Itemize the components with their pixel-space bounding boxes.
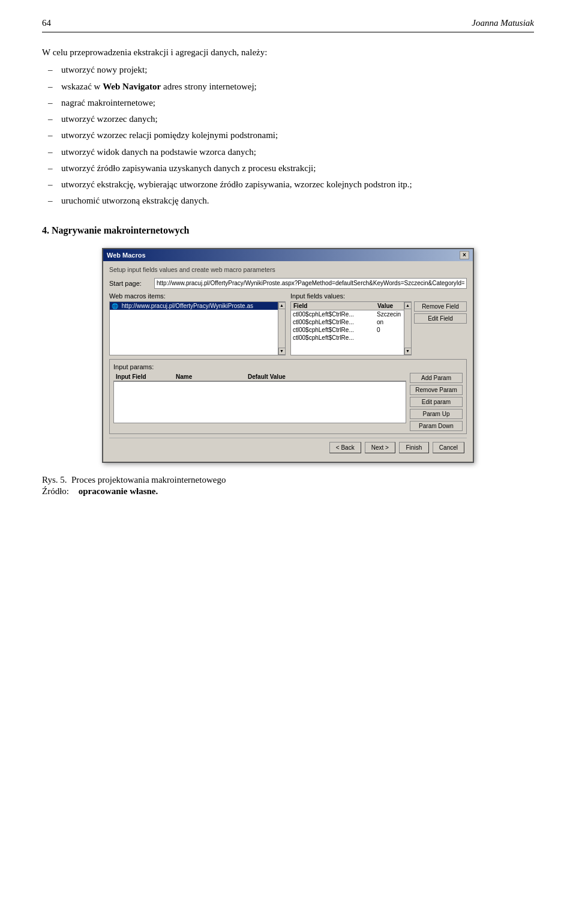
scroll-up-arrow[interactable]: ▲: [278, 302, 286, 309]
dialog-title: Web Macros: [107, 252, 146, 259]
table-header-row: Field Value: [291, 302, 404, 310]
dialog-subtitle: Setup input fields values and create web…: [109, 266, 467, 273]
bullet-dash: –: [48, 194, 59, 208]
edit-param-button[interactable]: Edit param: [410, 397, 463, 407]
bullet-dash: –: [48, 63, 59, 77]
list-item-text: uruchomić utworzoną ekstrakcję danych.: [61, 194, 209, 208]
list-item: – wskazać w Web Navigator adres strony i…: [48, 80, 534, 94]
source-label: Źródło:: [42, 486, 69, 497]
list-item-text: utworzyć nowy projekt;: [61, 63, 147, 77]
list-item: – nagrać makrointernetowe;: [48, 96, 534, 110]
section-title: Nagrywanie makrointernetowych: [52, 225, 189, 235]
table-row[interactable]: ctl00$cphLeft$CtrlRe... on: [291, 318, 404, 326]
field-cell: ctl00$cphLeft$CtrlRe...: [293, 319, 377, 325]
source-row: Źródło: opracowanie własne.: [42, 486, 534, 497]
start-page-input[interactable]: [154, 278, 467, 289]
list-item-text: utworzyć wzorzec relacji pomiędzy kolejn…: [61, 128, 278, 142]
dialog-footer: < Back Next > Finish Cancel: [109, 438, 467, 456]
list-item: – uruchomić utworzoną ekstrakcję danych.: [48, 194, 534, 208]
listbox-scrollbar-right[interactable]: ▲ ▼: [404, 302, 411, 355]
next-button[interactable]: Next >: [365, 442, 395, 453]
page-header: 64 Joanna Matusiak: [42, 18, 534, 32]
dialog-close-button[interactable]: ×: [460, 251, 469, 259]
remove-param-button[interactable]: Remove Param: [410, 385, 463, 395]
list-item: – utworzyć widok danych na podstawie wzo…: [48, 145, 534, 159]
cancel-button[interactable]: Cancel: [433, 442, 464, 453]
bullet-dash: –: [48, 96, 59, 110]
page: 64 Joanna Matusiak W celu przeprowadzeni…: [0, 0, 576, 924]
list-item-text: utworzyć wzorzec danych;: [61, 112, 158, 126]
field-buttons: Remove Field Edit Field: [414, 301, 467, 355]
author-name: Joanna Matusiak: [472, 18, 534, 28]
params-col2-header: Name: [173, 373, 245, 381]
table-row[interactable]: ctl00$cphLeft$CtrlRe... Szczecin: [291, 310, 404, 318]
list-item: – utworzyć wzorzec relacji pomiędzy kole…: [48, 128, 534, 142]
back-button[interactable]: < Back: [329, 442, 361, 453]
bullet-dash: –: [48, 162, 59, 175]
bullet-dash: –: [48, 112, 59, 126]
list-item-text: utworzyć ekstrakcję, wybierając utworzon…: [61, 178, 412, 192]
input-params-label: Input params:: [113, 363, 463, 370]
intro-text: W celu przeprowadzenia ekstrakcji i agre…: [42, 46, 534, 59]
add-param-button[interactable]: Add Param: [410, 373, 463, 383]
caption-area: Rys. 5. Proces projektowania makrointern…: [42, 475, 534, 497]
scroll-down-arrow[interactable]: ▼: [278, 348, 286, 355]
input-fields-panel: Input fields values: Field Value: [290, 292, 467, 355]
params-table: Input Field Name Default Value Add Param…: [113, 373, 463, 431]
finish-button[interactable]: Finish: [399, 442, 429, 453]
list-item-text: nagrać makrointernetowe;: [61, 96, 155, 110]
col-value-header: Value: [375, 302, 404, 310]
web-macro-item-icon: 🌐: [112, 303, 118, 309]
listbox-scrollbar-left[interactable]: ▲ ▼: [278, 302, 285, 355]
value-cell: on: [377, 319, 402, 325]
bullet-dash: –: [48, 145, 59, 159]
params-col1-header: Input Field: [113, 373, 173, 381]
web-macros-listbox[interactable]: 🌐 http://www.pracuj.pl/OffertyPracy/Wyni…: [109, 301, 286, 355]
web-macro-item-text: http://www.pracuj.pl/OffertyPracy/Wyniki…: [122, 303, 253, 309]
source-value: opracowanie własne.: [79, 486, 158, 497]
web-macros-panel: Web macros items: 🌐 http://www.pracuj.pl…: [109, 292, 286, 355]
dialog-body: Setup input fields values and create web…: [103, 261, 473, 462]
list-item-text: wskazać w Web Navigator adres strony int…: [61, 80, 257, 94]
scroll-track: [279, 309, 285, 348]
web-macro-item[interactable]: 🌐 http://www.pracuj.pl/OffertyPracy/Wyni…: [110, 302, 278, 310]
dialog-window: Web Macros × Setup input fields values a…: [102, 248, 474, 463]
field-cell: ctl00$cphLeft$CtrlRe...: [293, 311, 377, 318]
col-field-header: Field: [291, 302, 375, 310]
list-item-text: utworzyć źródło zapisywania uzyskanych d…: [61, 162, 316, 175]
bullet-dash: –: [48, 80, 59, 94]
scroll-down-arrow[interactable]: ▼: [404, 348, 412, 355]
bullet-dash: –: [48, 128, 59, 142]
list-item: – utworzyć wzorzec danych;: [48, 112, 534, 126]
field-cell: ctl00$cphLeft$CtrlRe...: [293, 327, 377, 333]
params-listbox[interactable]: [113, 381, 406, 423]
edit-field-button[interactable]: Edit Field: [414, 313, 467, 324]
input-params-section: Input params: Input Field Name Default V…: [109, 359, 467, 434]
value-cell: [377, 334, 402, 341]
macros-section: Web macros items: 🌐 http://www.pracuj.pl…: [109, 292, 467, 355]
figure-container: Web Macros × Setup input fields values a…: [42, 248, 534, 463]
params-header-row: Input Field Name Default Value: [113, 373, 406, 381]
start-page-label: Start page:: [109, 280, 154, 287]
page-number: 64: [42, 18, 51, 28]
section-heading: 4. Nagrywanie makrointernetowych: [42, 225, 534, 236]
table-row[interactable]: ctl00$cphLeft$CtrlRe...: [291, 334, 404, 342]
fig-label: Rys. 5. Proces projektowania makrointern…: [42, 475, 226, 485]
web-macros-label: Web macros items:: [109, 292, 286, 300]
list-item: – utworzyć nowy projekt;: [48, 63, 534, 77]
params-col3-header: Default Value: [245, 373, 406, 381]
field-cell: ctl00$cphLeft$CtrlRe...: [293, 334, 377, 341]
value-cell: 0: [377, 327, 402, 333]
remove-field-button[interactable]: Remove Field: [414, 301, 467, 312]
params-listbox-container: Input Field Name Default Value: [113, 373, 406, 431]
param-up-button[interactable]: Param Up: [410, 409, 463, 419]
dialog-titlebar: Web Macros ×: [103, 249, 473, 261]
section-number: 4.: [42, 225, 49, 235]
bullet-dash: –: [48, 178, 59, 192]
list-item: – utworzyć ekstrakcję, wybierając utworz…: [48, 178, 534, 192]
input-fields-listbox[interactable]: Field Value ctl00$cphLeft$CtrlRe... Szcz…: [290, 301, 412, 355]
param-down-button[interactable]: Param Down: [410, 421, 463, 431]
scroll-up-arrow[interactable]: ▲: [404, 302, 412, 309]
table-row[interactable]: ctl00$cphLeft$CtrlRe... 0: [291, 326, 404, 334]
list-item: – utworzyć źródło zapisywania uzyskanych…: [48, 162, 534, 175]
